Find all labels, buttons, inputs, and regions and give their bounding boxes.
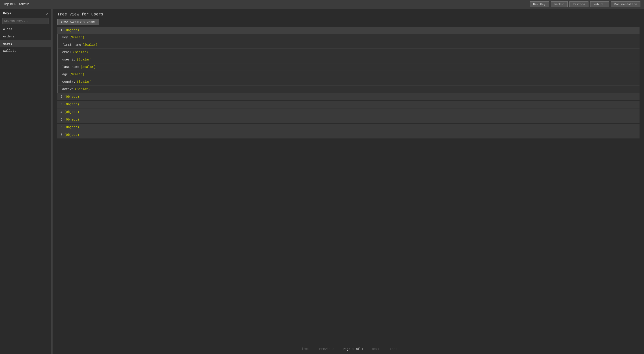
tree-row-index-2: 2 [60, 95, 62, 99]
child-key-active: active [62, 87, 74, 91]
tree-item-2: 2 (Object) [57, 93, 640, 100]
documentation-button[interactable]: Documentation [611, 1, 640, 8]
tree-child-row-email[interactable]: email (Scalar) [58, 49, 640, 56]
child-key-email: email [62, 51, 72, 54]
child-key-first_name: first_name [62, 43, 81, 47]
tree-row-1[interactable]: 1 (Object) [57, 27, 640, 34]
tree-row-type-7: (Object) [64, 133, 79, 137]
restore-button[interactable]: Restore [570, 1, 588, 8]
tree-item-4: 4 (Object) [57, 108, 640, 116]
tree-child-row-age[interactable]: age (Scalar) [58, 71, 640, 78]
web-cli-button[interactable]: Web CLI [590, 1, 609, 8]
tree-item-3: 3 (Object) [57, 101, 640, 108]
new-key-button[interactable]: New Key [530, 1, 549, 8]
child-type-last_name: (Scalar) [80, 65, 96, 69]
child-key-last_name: last_name [62, 65, 79, 69]
page-title: Tree View for users [57, 12, 640, 17]
child-key-age: age [62, 73, 68, 76]
sidebar-item-alias[interactable]: alias [0, 26, 51, 33]
tree-row-index-1: 1 [60, 29, 62, 32]
tree-child-row-last_name[interactable]: last_name (Scalar) [58, 63, 640, 71]
tree-row-type-3: (Object) [64, 103, 79, 106]
previous-page-button[interactable]: Previous [318, 346, 336, 352]
sidebar: Keys ↺ aliasordersuserswallets [0, 9, 52, 354]
tree-row-6[interactable]: 6 (Object) [57, 124, 640, 131]
sidebar-header: Keys ↺ [0, 9, 51, 17]
sidebar-keys-list: aliasordersuserswallets [0, 26, 51, 55]
app-title: MginDB Admin [4, 3, 29, 7]
child-key-country: country [62, 80, 76, 84]
tree-item-1: 1 (Object)key (Scalar)first_name (Scalar… [57, 27, 640, 93]
tree-row-index-4: 4 [60, 110, 62, 114]
child-type-age: (Scalar) [69, 73, 84, 76]
tree-row-type-4: (Object) [64, 110, 79, 114]
tree-child-row-country[interactable]: country (Scalar) [58, 78, 640, 86]
tree-row-7[interactable]: 7 (Object) [57, 131, 640, 138]
tree-row-index-3: 3 [60, 103, 62, 106]
child-key-user_id: user_id [62, 58, 76, 61]
tree-row-type-5: (Object) [64, 118, 79, 121]
tree-row-3[interactable]: 3 (Object) [57, 101, 640, 108]
child-type-active: (Scalar) [75, 87, 90, 91]
tree-row-type-6: (Object) [64, 126, 79, 129]
tree-child-row-key[interactable]: key (Scalar) [58, 34, 640, 41]
child-type-email: (Scalar) [73, 51, 88, 54]
sidebar-item-wallets[interactable]: wallets [0, 47, 51, 55]
last-page-button[interactable]: Last [388, 346, 399, 352]
child-key-key: key [62, 36, 68, 39]
main-layout: Keys ↺ aliasordersuserswallets Tree View… [0, 9, 644, 354]
tree-row-index-6: 6 [60, 126, 62, 129]
tree-row-index-7: 7 [60, 133, 62, 137]
sidebar-item-users[interactable]: users [0, 40, 51, 47]
refresh-icon[interactable]: ↺ [46, 11, 48, 16]
show-hierarchy-button[interactable]: Show Hierarchy Graph [57, 19, 99, 25]
pagination: First Previous Page 1 of 1 Next Last [53, 344, 644, 354]
page-info: Page 1 of 1 [343, 347, 364, 351]
tree-item-7: 7 (Object) [57, 131, 640, 138]
tree-child-row-active[interactable]: active (Scalar) [58, 86, 640, 93]
child-type-country: (Scalar) [77, 80, 92, 84]
content-header: Tree View for users Show Hierarchy Graph [53, 9, 644, 27]
tree-child-row-first_name[interactable]: first_name (Scalar) [58, 41, 640, 49]
sidebar-item-orders[interactable]: orders [0, 33, 51, 40]
tree-row-index-5: 5 [60, 118, 62, 121]
child-type-user_id: (Scalar) [77, 58, 92, 61]
backup-button[interactable]: Backup [550, 1, 568, 8]
tree-children-1: key (Scalar)first_name (Scalar)email (Sc… [57, 34, 640, 93]
tree-row-type-1: (Object) [64, 29, 79, 32]
tree-row-2[interactable]: 2 (Object) [57, 93, 640, 100]
tree-row-4[interactable]: 4 (Object) [57, 108, 640, 116]
sidebar-title: Keys [3, 12, 11, 16]
content-area: Tree View for users Show Hierarchy Graph… [53, 9, 644, 354]
header: MginDB Admin New KeyBackupRestoreWeb CLI… [0, 0, 644, 9]
tree-view: 1 (Object)key (Scalar)first_name (Scalar… [53, 27, 644, 344]
tree-item-6: 6 (Object) [57, 124, 640, 131]
search-input[interactable] [2, 18, 49, 24]
tree-item-5: 5 (Object) [57, 116, 640, 123]
child-type-first_name: (Scalar) [82, 43, 98, 47]
header-buttons: New KeyBackupRestoreWeb CLIDocumentation [530, 1, 640, 8]
tree-row-5[interactable]: 5 (Object) [57, 116, 640, 123]
first-page-button[interactable]: First [298, 346, 311, 352]
tree-row-type-2: (Object) [64, 95, 79, 99]
tree-child-row-user_id[interactable]: user_id (Scalar) [58, 56, 640, 63]
child-type-key: (Scalar) [69, 36, 84, 39]
next-page-button[interactable]: Next [370, 346, 381, 352]
